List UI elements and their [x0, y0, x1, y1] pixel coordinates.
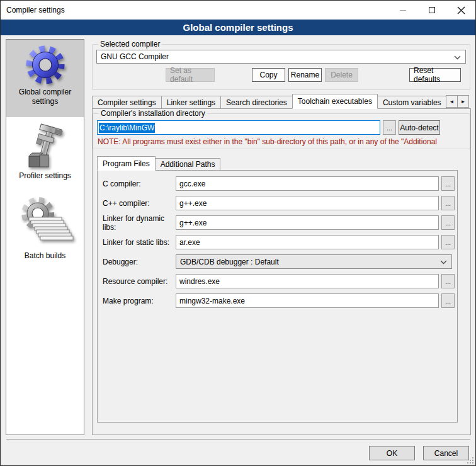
subtab-program-files[interactable]: Program Files	[97, 156, 156, 171]
c-compiler-row: C compiler: ...	[103, 176, 457, 191]
resize-grip[interactable]	[467, 457, 473, 463]
make-program-label: Make program:	[103, 297, 176, 305]
window-controls	[388, 1, 475, 20]
cpp-compiler-input[interactable]	[176, 196, 439, 210]
tab-custom-variables[interactable]: Custom variables	[377, 96, 447, 109]
sidebar-item-batch-builds[interactable]: Batch builds	[6, 185, 84, 264]
minimize-button[interactable]	[388, 1, 417, 20]
cpp-compiler-label: C++ compiler:	[103, 199, 176, 208]
sidebar-item-label: Batch builds	[6, 250, 84, 264]
static-linker-input[interactable]	[176, 235, 439, 249]
dynamic-linker-label: Linker for dynamic libs:	[103, 214, 176, 232]
tab-compiler-settings[interactable]: Compiler settings	[92, 96, 162, 109]
static-linker-label: Linker for static libs:	[103, 238, 176, 247]
tab-scroll-right-icon[interactable]: ►	[457, 95, 469, 108]
main-panel: Selected compiler GNU GCC Compiler Set a…	[91, 39, 472, 435]
cpp-compiler-browse-button[interactable]: ...	[441, 196, 455, 210]
c-compiler-browse-button[interactable]: ...	[441, 176, 455, 191]
dialog-banner: Global compiler settings	[1, 20, 475, 35]
installation-directory-row: C:\raylib\MinGW ... Auto-detect	[97, 120, 466, 135]
maximize-icon	[429, 7, 435, 13]
tab-scroll-controls: ◄ ►	[446, 95, 469, 108]
title-bar: Compiler settings	[1, 1, 475, 20]
selected-compiler-legend: Selected compiler	[98, 40, 162, 48]
maximize-button[interactable]	[417, 1, 446, 20]
reset-defaults-button[interactable]: Reset defaults	[409, 68, 461, 82]
debugger-select[interactable]: GDB/CDB debugger : Default	[176, 254, 452, 269]
installation-directory-input[interactable]: C:\raylib\MinGW	[97, 120, 380, 135]
delete-button[interactable]: Delete	[325, 68, 358, 82]
browse-directory-button[interactable]: ...	[383, 120, 396, 135]
static-linker-browse-button[interactable]: ...	[441, 235, 455, 249]
resource-compiler-row: Resource compiler: ...	[103, 274, 457, 288]
c-compiler-input[interactable]	[176, 176, 439, 191]
sidebar-item-profiler-settings[interactable]: Profiler settings	[6, 117, 84, 185]
close-icon	[457, 6, 465, 14]
dynamic-linker-input[interactable]	[176, 215, 439, 230]
banner-title: Global compiler settings	[183, 22, 293, 33]
footer-divider	[6, 439, 470, 440]
c-compiler-label: C compiler:	[103, 179, 176, 188]
settings-tab-strip: Compiler settings Linker settings Search…	[92, 94, 470, 109]
chevron-down-icon	[440, 260, 447, 264]
cancel-button[interactable]: Cancel	[423, 446, 469, 460]
dialog-footer: OK Cancel	[369, 446, 469, 460]
tab-linker-settings[interactable]: Linker settings	[161, 96, 221, 109]
make-program-row: Make program: ...	[103, 293, 457, 308]
ok-button[interactable]: OK	[369, 446, 415, 460]
set-as-default-button[interactable]: Set as default	[166, 68, 215, 82]
dynamic-linker-row: Linker for dynamic libs: ...	[103, 215, 457, 230]
installation-directory-value: C:\raylib\MinGW	[99, 123, 155, 133]
auto-detect-button[interactable]: Auto-detect	[399, 120, 440, 135]
installation-note: NOTE: All programs must exist either in …	[98, 137, 466, 146]
compiler-select-value: GNU GCC Compiler	[101, 52, 169, 61]
blue-gear-icon	[25, 45, 65, 86]
compiler-settings-window: Compiler settings Global compiler settin…	[0, 0, 476, 466]
sidebar-item-global-compiler-settings[interactable]: Global compiler settings	[6, 40, 84, 117]
make-program-browse-button[interactable]: ...	[441, 293, 455, 308]
resource-compiler-label: Resource compiler:	[103, 277, 176, 286]
caliper-icon	[24, 123, 67, 170]
make-program-input[interactable]	[176, 293, 439, 308]
settings-category-sidebar: Global compiler settings Profile	[6, 39, 84, 435]
selected-compiler-group: Selected compiler GNU GCC Compiler Set a…	[92, 40, 470, 90]
static-linker-row: Linker for static libs: ...	[103, 235, 457, 249]
toolchain-executables-page: Compiler's installation directory C:\ray…	[92, 108, 471, 435]
resource-compiler-browse-button[interactable]: ...	[441, 274, 455, 288]
close-button[interactable]	[446, 1, 475, 20]
tab-toolchain-executables[interactable]: Toolchain executables	[292, 94, 378, 109]
debugger-select-value: GDB/CDB debugger : Default	[180, 258, 279, 266]
tab-scroll-left-icon[interactable]: ◄	[446, 95, 458, 108]
dynamic-linker-browse-button[interactable]: ...	[441, 215, 455, 230]
debugger-label: Debugger:	[103, 258, 176, 266]
copy-button[interactable]: Copy	[252, 68, 285, 82]
files-sub-tab-strip: Program Files Additional Paths	[97, 156, 470, 171]
program-files-panel: C compiler: ... C++ compiler: ... Linker…	[97, 170, 458, 423]
rename-button[interactable]: Rename	[288, 68, 322, 82]
installation-directory-group: Compiler's installation directory C:\ray…	[93, 109, 470, 149]
compiler-actions: Set as default Copy Rename Delete Reset …	[96, 68, 466, 82]
resource-compiler-input[interactable]	[176, 274, 439, 288]
installation-directory-legend: Compiler's installation directory	[99, 109, 207, 118]
gear-stack-icon	[16, 193, 74, 250]
sidebar-item-label: Profiler settings	[6, 170, 84, 185]
cpp-compiler-row: C++ compiler: ...	[103, 196, 457, 210]
minimize-icon	[400, 10, 406, 11]
compiler-select[interactable]: GNU GCC Compiler	[96, 50, 466, 64]
window-title: Compiler settings	[6, 6, 65, 14]
debugger-row: Debugger: GDB/CDB debugger : Default	[103, 254, 457, 269]
tab-search-directories[interactable]: Search directories	[220, 96, 293, 109]
subtab-additional-paths[interactable]: Additional Paths	[155, 158, 221, 171]
chevron-down-icon	[454, 55, 461, 60]
sidebar-item-label: Global compiler settings	[6, 86, 84, 110]
